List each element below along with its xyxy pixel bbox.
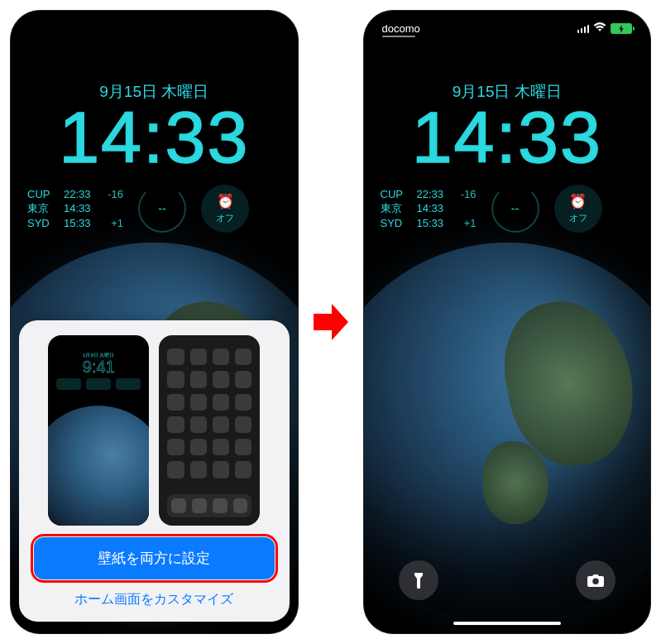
- alarm-icon: ⏰: [217, 193, 234, 210]
- preview-time: 9:41: [48, 358, 149, 377]
- phone-left-wallpaper-editor: 9月15日 木曜日 14:33 CUP 22:33 -16 東京 14:33 S…: [10, 10, 299, 634]
- wc-city: CUP: [27, 187, 55, 202]
- cellular-signal-icon: [577, 25, 590, 33]
- gauge-value: --: [158, 202, 165, 215]
- alarm-widget[interactable]: ⏰ オフ: [201, 185, 249, 233]
- world-clock-widget[interactable]: CUP 22:33 -16 東京 14:33 SYD 15:33 +1: [27, 187, 123, 231]
- customize-home-link[interactable]: ホーム画面をカスタマイズ: [34, 579, 275, 610]
- gauge-widget[interactable]: --: [138, 185, 186, 233]
- flow-arrow-icon: [314, 302, 348, 342]
- set-both-wallpaper-button[interactable]: 壁紙を両方に設定: [34, 537, 275, 579]
- carrier-underline: [382, 36, 415, 37]
- wallpaper-previews: 1月9日 火曜日 9:41: [34, 335, 275, 526]
- flashlight-button[interactable]: [399, 560, 438, 600]
- alarm-widget[interactable]: ⏰ オフ: [554, 185, 602, 233]
- alarm-state: オフ: [216, 212, 234, 224]
- lock-clock: 14:33: [364, 95, 651, 180]
- preview-lock-screen[interactable]: 1月9日 火曜日 9:41: [48, 335, 149, 526]
- wc-offset: -16: [103, 187, 123, 202]
- lock-clock: 14:33: [11, 95, 298, 180]
- carrier-label: docomo: [382, 22, 420, 35]
- wallpaper-action-sheet: 1月9日 火曜日 9:41 壁紙を両方に設定 ホーム画面をカスタマイズ: [19, 320, 290, 622]
- lock-widgets-row: CUP 22:33 -16 東京 14:33 SYD 15:33 +1 -- ⏰…: [381, 185, 635, 233]
- lock-widgets-row: CUP 22:33 -16 東京 14:33 SYD 15:33 +1 -- ⏰…: [27, 185, 281, 233]
- battery-charging-icon: [611, 23, 632, 34]
- alarm-icon: ⏰: [569, 193, 587, 210]
- phone-right-lock-screen: docomo 9月15日 木曜日 14:33 CUP 22:33 -16 東京 …: [363, 10, 652, 634]
- gauge-widget[interactable]: --: [491, 185, 539, 233]
- wifi-icon: [593, 22, 606, 35]
- home-indicator[interactable]: [453, 622, 561, 625]
- wc-time: 22:33: [64, 187, 95, 202]
- preview-home-screen[interactable]: [159, 335, 260, 526]
- world-clock-widget[interactable]: CUP 22:33 -16 東京 14:33 SYD 15:33 +1: [381, 187, 477, 231]
- camera-button[interactable]: [576, 560, 615, 600]
- status-bar: docomo: [364, 22, 651, 35]
